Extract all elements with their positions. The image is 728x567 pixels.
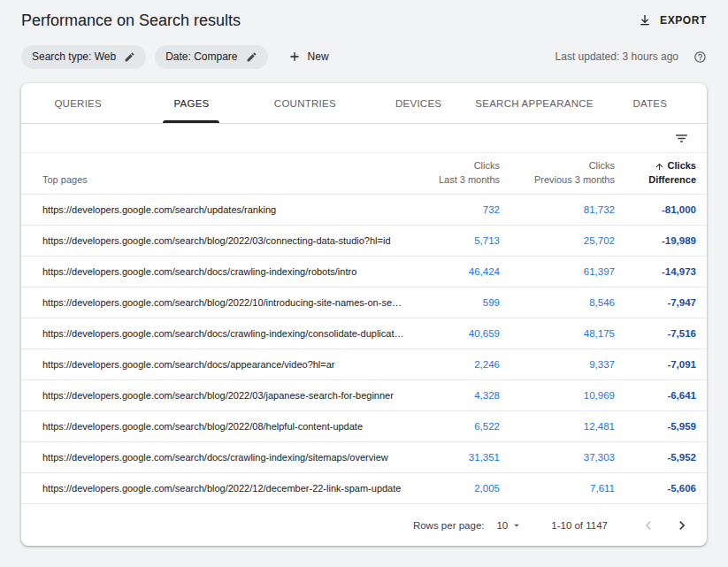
search-type-chip[interactable]: Search type: Web	[21, 45, 146, 69]
tab-queries[interactable]: QUERIES	[21, 83, 134, 123]
filter-list-icon[interactable]	[674, 131, 689, 146]
column-header-top-pages[interactable]: Top pages	[42, 174, 416, 194]
rows-per-page-select[interactable]: 10	[496, 519, 523, 532]
table-row[interactable]: https://developers.google.com/search/doc…	[21, 442, 707, 473]
date-chip-label: Date: Compare	[165, 50, 237, 63]
tab-pages[interactable]: PAGES	[134, 83, 248, 123]
clicks-difference-cell: -19,989	[615, 235, 696, 246]
clicks-difference-cell: -7,516	[615, 328, 696, 339]
page-url-cell: https://developers.google.com/search/doc…	[42, 266, 416, 277]
chevron-left-icon	[640, 517, 657, 534]
tab-bar: QUERIES PAGES COUNTRIES DEVICES SEARCH A…	[21, 83, 707, 124]
rows-per-page-value: 10	[496, 520, 508, 531]
clicks-difference-cell: -6,641	[615, 390, 696, 401]
page-url-cell: https://developers.google.com/search/blo…	[42, 483, 416, 494]
top-bar: Performance on Search results EXPORT	[0, 0, 728, 41]
table-header-row: Top pages Clicks Last 3 months Clicks Pr…	[21, 153, 707, 195]
help-icon[interactable]	[694, 50, 707, 64]
table-row[interactable]: https://developers.google.com/search/blo…	[21, 411, 707, 442]
last-updated-text: Last updated: 3 hours ago	[556, 50, 678, 63]
tab-search-appearance[interactable]: SEARCH APPEARANCE	[475, 83, 593, 123]
clicks-previous-3-months-cell: 9,337	[500, 359, 615, 370]
table-row[interactable]: https://developers.google.com/search/blo…	[21, 380, 707, 411]
page-url-cell: https://developers.google.com/search/blo…	[42, 297, 416, 308]
clicks-difference-cell: -5,959	[615, 421, 696, 432]
table-row[interactable]: https://developers.google.com/search/blo…	[21, 473, 707, 504]
clicks-last-3-months-cell: 599	[416, 297, 500, 308]
clicks-last-3-months-cell: 2,005	[416, 483, 500, 494]
clicks-last-3-months-cell: 31,351	[416, 452, 500, 463]
clicks-last-3-months-cell: 6,522	[416, 421, 500, 432]
download-icon	[638, 13, 652, 27]
clicks-difference-cell: -5,606	[615, 483, 696, 494]
page-url-cell: https://developers.google.com/search/doc…	[42, 328, 416, 339]
new-filter-button[interactable]: New	[287, 50, 329, 64]
table-footer: Rows per page: 10 1-10 of 1147	[21, 504, 707, 546]
clicks-difference-cell: -7,947	[615, 297, 696, 308]
clicks-previous-3-months-cell: 61,397	[500, 266, 615, 277]
page-title: Performance on Search results	[21, 11, 241, 30]
edit-pencil-icon	[246, 51, 257, 63]
search-type-chip-label: Search type: Web	[32, 50, 116, 63]
chevron-right-icon	[673, 517, 691, 534]
table-row[interactable]: https://developers.google.com/search/blo…	[21, 287, 707, 318]
clicks-previous-3-months-cell: 12,481	[500, 421, 615, 432]
clicks-last-3-months-cell: 5,713	[416, 235, 500, 246]
clicks-difference-cell: -14,973	[615, 266, 696, 277]
clicks-previous-3-months-cell: 37,303	[500, 452, 615, 463]
page-url-cell: https://developers.google.com/search/blo…	[42, 235, 416, 246]
rows-per-page-label: Rows per page:	[413, 520, 485, 531]
export-button[interactable]: EXPORT	[638, 13, 707, 27]
caret-down-icon	[510, 519, 523, 532]
column-header-clicks-previous-3-months[interactable]: Clicks Previous 3 months	[500, 159, 615, 188]
new-filter-label: New	[308, 50, 329, 63]
page-url-cell: https://developers.google.com/search/blo…	[42, 390, 416, 401]
clicks-difference-cell: -7,091	[615, 359, 696, 370]
plus-icon	[287, 50, 302, 64]
tab-dates[interactable]: DATES	[594, 83, 707, 123]
sort-ascending-arrow-icon	[655, 162, 664, 172]
clicks-previous-3-months-cell: 25,702	[500, 235, 615, 246]
clicks-last-3-months-cell: 4,328	[416, 390, 500, 401]
performance-page: Performance on Search results EXPORT Sea…	[0, 0, 728, 546]
page-url-cell: https://developers.google.com/search/doc…	[42, 359, 416, 370]
date-compare-chip[interactable]: Date: Compare	[155, 45, 267, 69]
report-card: QUERIES PAGES COUNTRIES DEVICES SEARCH A…	[21, 83, 707, 546]
table-row[interactable]: https://developers.google.com/search/blo…	[21, 226, 707, 257]
clicks-difference-cell: -5,952	[615, 452, 696, 463]
page-url-cell: https://developers.google.com/search/upd…	[42, 204, 416, 215]
clicks-last-3-months-cell: 40,659	[416, 328, 500, 339]
clicks-previous-3-months-cell: 81,732	[500, 204, 615, 215]
clicks-last-3-months-cell: 2,246	[416, 359, 500, 370]
clicks-last-3-months-cell: 46,424	[416, 266, 500, 277]
pagination-range: 1-10 of 1147	[551, 520, 608, 531]
clicks-previous-3-months-cell: 10,969	[500, 390, 615, 401]
tab-countries[interactable]: COUNTRIES	[249, 83, 362, 123]
previous-page-button[interactable]	[638, 515, 659, 536]
table-row[interactable]: https://developers.google.com/search/doc…	[21, 318, 707, 349]
column-header-clicks-last-3-months[interactable]: Clicks Last 3 months	[416, 159, 500, 188]
clicks-difference-cell: -81,000	[615, 204, 696, 215]
column-header-clicks-difference[interactable]: Clicks Difference	[615, 159, 696, 188]
page-url-cell: https://developers.google.com/search/doc…	[42, 452, 416, 463]
table-body: https://developers.google.com/search/upd…	[21, 195, 707, 504]
page-url-cell: https://developers.google.com/search/blo…	[42, 421, 416, 432]
edit-pencil-icon	[124, 51, 135, 63]
next-page-button[interactable]	[671, 515, 693, 536]
filter-bar: Search type: Web Date: Compare New Last …	[0, 41, 728, 73]
table-row[interactable]: https://developers.google.com/search/doc…	[21, 257, 707, 287]
table-row[interactable]: https://developers.google.com/search/upd…	[21, 195, 707, 226]
clicks-previous-3-months-cell: 7,611	[500, 483, 615, 494]
table-toolbar	[21, 124, 707, 153]
clicks-previous-3-months-cell: 8,546	[500, 297, 615, 308]
table-row[interactable]: https://developers.google.com/search/doc…	[21, 349, 707, 380]
tab-devices[interactable]: DEVICES	[362, 83, 475, 123]
export-label: EXPORT	[660, 14, 707, 27]
clicks-previous-3-months-cell: 48,175	[500, 328, 615, 339]
clicks-last-3-months-cell: 732	[416, 204, 500, 215]
